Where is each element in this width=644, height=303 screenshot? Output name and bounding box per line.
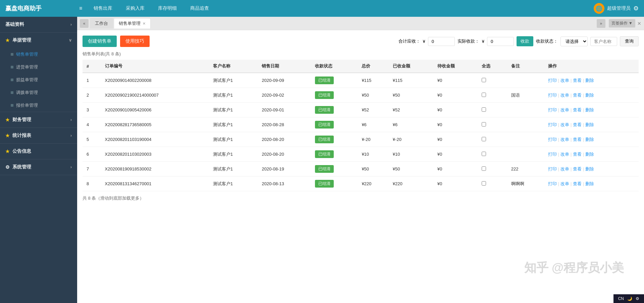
sidebar-item-quote[interactable]: 报价单管理	[0, 99, 77, 112]
nav-item-inventory[interactable]: 库存明细	[152, 3, 183, 13]
tab-sales-mgmt[interactable]: 销售单管理 ✕	[114, 18, 151, 29]
nav-item-purchase-in[interactable]: 采购入库	[120, 3, 151, 13]
action-打印[interactable]: 打印	[548, 107, 557, 113]
tab-back-btn[interactable]: «	[80, 19, 89, 28]
cell-0: 3	[83, 103, 101, 117]
nav-item-sales-out[interactable]: 销售出库	[88, 3, 118, 13]
action-删除[interactable]: 删除	[585, 92, 594, 98]
action-打印[interactable]: 打印	[548, 122, 557, 128]
action-改单[interactable]: 改单	[560, 166, 569, 172]
action-删除[interactable]: 删除	[585, 166, 594, 172]
action-改单[interactable]: 改单	[560, 92, 569, 98]
action-打印[interactable]: 打印	[548, 181, 557, 187]
actual-value-input[interactable]	[487, 37, 514, 46]
sidebar-item-sales[interactable]: 销售单管理	[0, 48, 77, 61]
row-checkbox[interactable]	[482, 166, 486, 171]
system-gear-icon: ⚙	[5, 164, 10, 170]
action-separator: |	[558, 108, 559, 112]
moon-icon[interactable]: 🌙	[627, 296, 632, 301]
action-查看[interactable]: 查看	[573, 181, 582, 187]
col-customer: 客户名称	[209, 60, 258, 73]
cell-5: ¥6	[358, 117, 388, 132]
finance-label: 财务管理	[12, 117, 31, 123]
action-改单[interactable]: 改单	[560, 151, 569, 157]
action-删除[interactable]: 删除	[585, 137, 594, 143]
sidebar-item-purchase[interactable]: 进货单管理	[0, 61, 77, 73]
sidebar-section-header-data-mgmt[interactable]: ★ 单据管理 ∨	[0, 33, 77, 48]
action-打印[interactable]: 打印	[548, 137, 557, 143]
cell-6: ¥115	[389, 73, 433, 88]
cell-1: X202008281736580005	[101, 117, 209, 132]
nav-item-product-track[interactable]: 商品追查	[184, 3, 215, 13]
cell-1: X202009010905420006	[101, 103, 209, 117]
cell-5: ¥52	[358, 103, 388, 117]
row-checkbox[interactable]	[482, 107, 486, 112]
sidebar-item-loss[interactable]: 损益单管理	[0, 73, 77, 86]
menu-icon[interactable]: ≡	[79, 5, 82, 11]
action-打印[interactable]: 打印	[548, 92, 557, 98]
action-改单[interactable]: 改单	[560, 107, 569, 113]
page-ops-btn[interactable]: 页签操作 ▼	[609, 19, 635, 28]
action-separator: |	[558, 78, 559, 83]
action-改单[interactable]: 改单	[560, 137, 569, 143]
status-select[interactable]: 请选择	[560, 37, 588, 46]
sidebar-section-header-finance[interactable]: ★ 财务管理 ›	[0, 112, 77, 128]
action-删除[interactable]: 删除	[585, 122, 594, 128]
search-btn[interactable]: 查询	[620, 36, 639, 46]
col-paid: 已收金额	[389, 60, 433, 73]
action-查看[interactable]: 查看	[573, 78, 582, 84]
filter-area: 合计应收： ¥ 实际收款： ¥ 收款 收款状态： 请选择 查询	[398, 36, 639, 46]
action-links: 打印 | 改单 | 查看 | 删除	[548, 166, 635, 172]
bottom-settings-icon[interactable]: ⚙	[636, 296, 639, 301]
row-checkbox[interactable]	[482, 181, 486, 186]
action-查看[interactable]: 查看	[573, 151, 582, 157]
action-查看[interactable]: 查看	[573, 107, 582, 113]
tab-workbench[interactable]: 工作台	[90, 18, 113, 29]
row-checkbox[interactable]	[482, 137, 486, 141]
cell-5: ¥220	[358, 176, 388, 191]
cell-7: ¥0	[433, 73, 478, 88]
sidebar-section-notice: ★ 公告信息	[0, 144, 77, 159]
action-separator: |	[571, 93, 572, 98]
tab-forward-btn[interactable]: »	[597, 19, 605, 28]
action-查看[interactable]: 查看	[573, 166, 582, 172]
status-badge: 已结清	[315, 91, 334, 99]
action-删除[interactable]: 删除	[585, 181, 594, 187]
tab-close-icon[interactable]: ✕	[143, 21, 146, 26]
collect-btn[interactable]: 收款	[517, 36, 533, 46]
create-sales-btn[interactable]: 创建销售单	[83, 36, 117, 47]
row-checkbox[interactable]	[482, 93, 486, 97]
row-checkbox[interactable]	[482, 152, 486, 156]
customer-filter-input[interactable]	[590, 37, 617, 46]
action-删除[interactable]: 删除	[585, 78, 594, 84]
user-area: 🌐 超级管理员 ⚙	[594, 3, 639, 14]
action-打印[interactable]: 打印	[548, 78, 557, 84]
action-separator: |	[583, 108, 584, 112]
action-删除[interactable]: 删除	[585, 151, 594, 157]
action-改单[interactable]: 改单	[560, 122, 569, 128]
action-改单[interactable]: 改单	[560, 181, 569, 187]
row-checkbox[interactable]	[482, 122, 486, 127]
row-checkbox[interactable]	[482, 78, 486, 82]
action-打印[interactable]: 打印	[548, 166, 557, 172]
action-links: 打印 | 改单 | 查看 | 删除	[548, 107, 635, 113]
settings-icon[interactable]: ⚙	[633, 5, 639, 12]
tips-btn[interactable]: 使用技巧	[120, 36, 150, 47]
cell-9: 国语	[507, 88, 544, 103]
total-value-input[interactable]	[428, 37, 455, 46]
lang-label[interactable]: CN	[618, 296, 624, 301]
action-改单[interactable]: 改单	[560, 78, 569, 84]
action-删除[interactable]: 删除	[585, 107, 594, 113]
action-查看[interactable]: 查看	[573, 137, 582, 143]
dot-icon	[11, 53, 13, 56]
cell-3: 2020-08-19	[258, 162, 311, 176]
action-查看[interactable]: 查看	[573, 92, 582, 98]
sidebar-section-header-basic-info[interactable]: 基础资料 ›	[0, 17, 77, 32]
tab-bar-close-btn[interactable]: ✕	[637, 21, 641, 26]
sidebar-section-header-stats[interactable]: ★ 统计报表 ›	[0, 128, 77, 143]
action-查看[interactable]: 查看	[573, 122, 582, 128]
sidebar-item-transfer[interactable]: 调拨单管理	[0, 86, 77, 99]
sidebar-section-header-system[interactable]: ⚙ 系统管理 ›	[0, 159, 77, 175]
sidebar-section-header-notice[interactable]: ★ 公告信息	[0, 144, 77, 159]
action-打印[interactable]: 打印	[548, 151, 557, 157]
